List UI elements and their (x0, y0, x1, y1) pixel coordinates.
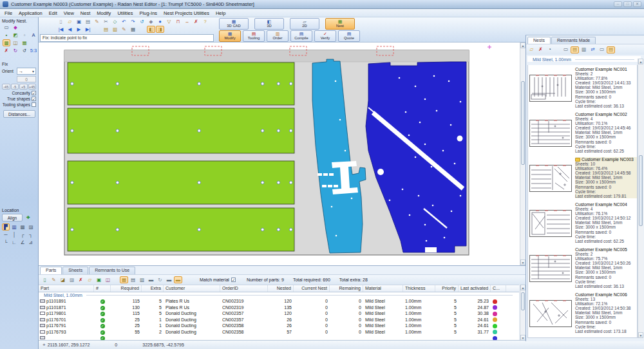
edit-part-icon[interactable]: ✎ (50, 276, 58, 283)
module-nest[interactable]: ▦Nest (325, 18, 355, 30)
apply-part-icon[interactable]: ▣ (95, 276, 103, 283)
next-icon[interactable]: ▶ (75, 26, 83, 33)
menu-item-utilities[interactable]: Utilities (114, 10, 136, 17)
scrollbar-thumb[interactable] (521, 292, 525, 310)
column-nested[interactable]: Nested (268, 285, 294, 292)
scissors-icon[interactable]: ✂ (102, 18, 110, 25)
align-corner-tr-icon[interactable]: ┐ (27, 231, 35, 238)
column-extra[interactable]: Extra (142, 285, 164, 292)
angle-right-icon[interactable]: ∟ (10, 239, 18, 246)
prompt-bar[interactable]: Fix: indicate point to fix (40, 34, 214, 42)
nest-view-details-icon[interactable]: ▤ (571, 46, 579, 53)
tab-nests[interactable]: Nests (527, 37, 551, 44)
checkbox-box[interactable] (32, 91, 36, 95)
sheet-icon[interactable]: ▭ (3, 24, 10, 31)
nest-card[interactable]: Customer Example NC002 Sheets: 4 Utilisa… (528, 110, 637, 155)
sequence-icon[interactable]: 5:3 (30, 47, 37, 54)
auto-nest-icon[interactable]: ▩ (3, 39, 10, 46)
close-button[interactable] (633, 1, 641, 7)
tab-remnants-to-use[interactable]: Remnants to Use (89, 267, 135, 274)
angle-input[interactable]: 0 (17, 76, 36, 82)
angle-btn-45[interactable]: -45 (2, 84, 10, 90)
part-magenta-icon[interactable]: ◆ (12, 24, 19, 31)
import-part-icon[interactable]: ◪ (59, 276, 67, 283)
nested-part-green-4[interactable] (68, 208, 294, 251)
sheet-v-icon[interactable]: ▥ (111, 26, 119, 33)
align-corner-bl-icon[interactable]: └ (2, 239, 10, 246)
column-thickness[interactable]: Thickness (403, 285, 435, 292)
parts-view-details-icon[interactable]: ▬ (174, 276, 182, 283)
sheet-small-icon[interactable]: ▫ (21, 32, 28, 39)
align-corner-tl-icon[interactable]: ┌ (19, 231, 26, 238)
nest-canvas[interactable]: ▲ ▼ (39, 42, 526, 265)
menu-item-view[interactable]: View (61, 10, 77, 17)
part-row[interactable]: p1179801 115 5 Donald Ducting CN002357 1… (39, 310, 519, 317)
pencil-icon[interactable]: ✎ (93, 18, 101, 25)
open-icon[interactable]: ▱ (66, 18, 74, 25)
part-row[interactable]: p1101871 130 5 Plates R Us CN002319 135 … (39, 305, 519, 311)
copy-part-icon[interactable]: ▨ (68, 276, 76, 283)
nested-part-green-3[interactable] (68, 161, 294, 204)
angle-open-icon[interactable]: ∠ (19, 239, 26, 246)
nest-card[interactable]: Customer Example NC006 Sheets: 13 Utilis… (528, 290, 637, 335)
menu-item-file[interactable]: File (1, 10, 15, 17)
filter-icon[interactable]: ▽ (165, 18, 173, 25)
column-orderid[interactable]: OrderID (220, 285, 268, 292)
orient-select[interactable]: → (17, 68, 36, 75)
module-compile[interactable]: ▤Compile (290, 30, 312, 42)
menu-item-plug-ins[interactable]: Plug-Ins (137, 10, 161, 17)
parts-view-large-icon[interactable]: ▦ (120, 276, 128, 283)
last-icon[interactable]: ▶| (84, 26, 92, 33)
parts-view-medium-icon[interactable]: ▤ (129, 276, 137, 283)
nest-card[interactable]: Customer Example NC004 Sheets: 4 Utilisa… (528, 200, 637, 245)
module-modify[interactable]: ▦Modify (219, 30, 241, 42)
column-[interactable]: # (94, 285, 111, 292)
nest-card[interactable]: Customer Example NC003 Sheets: 10 Utilis… (528, 155, 637, 200)
new-part-icon[interactable]: ▯ (41, 276, 49, 283)
column-customer[interactable]: Customer (164, 285, 220, 292)
green-part-icon[interactable]: ◩ (12, 32, 19, 39)
link-icon[interactable]: ◇ (111, 18, 119, 25)
align-anchor-icon[interactable]: ▛ (2, 223, 10, 231)
part-row[interactable]: p1176791 25 1 Donald Ducting CN002358 26… (39, 323, 519, 329)
scrollbar-thumb[interactable] (521, 81, 525, 165)
column-material[interactable]: Material (363, 285, 403, 292)
nest-sync-icon[interactable]: ⇄ (589, 46, 597, 53)
measure-icon[interactable]: ↔ (183, 18, 191, 25)
layout-split-icon[interactable]: ◨ (156, 26, 164, 33)
parts-view-refresh-icon[interactable]: ↻ (156, 276, 164, 283)
pair-nest-icon[interactable]: ◫ (12, 39, 19, 46)
module-3d-cad[interactable]: ▦3D CAD (219, 18, 249, 30)
tab-sheets[interactable]: Sheets (62, 267, 88, 274)
menu-item-nest-projects-utilities[interactable]: Nest Projects Utilities (160, 10, 213, 17)
part-row[interactable]: p1176701 25 1 Donald Ducting CN002357 26… (39, 317, 519, 323)
refresh-icon[interactable]: ↺ (138, 18, 146, 25)
prev-icon[interactable]: ◀ (66, 26, 74, 33)
menu-item-edit[interactable]: Edit (46, 10, 61, 17)
maximize-button[interactable] (623, 1, 632, 7)
menu-item-nest[interactable]: Nest (77, 10, 93, 17)
distances-button[interactable]: Distances... (3, 110, 35, 118)
save-icon[interactable]: ▣ (75, 18, 83, 25)
match-material-checkbox[interactable] (231, 278, 236, 282)
nest-card[interactable]: Customer Example NC005 Sheets: 2 Utilisa… (528, 245, 637, 290)
edit-sheet-icon[interactable]: ✎ (120, 26, 128, 33)
first-icon[interactable]: |◀ (57, 26, 65, 33)
column-part[interactable]: Part (39, 285, 94, 292)
sheet-h-icon[interactable]: ▤ (102, 26, 110, 33)
redo-icon[interactable]: ↷ (129, 18, 137, 25)
tab-parts[interactable]: Parts (40, 267, 62, 274)
module-tooling[interactable]: ▤Tooling (243, 30, 265, 42)
open-nest-icon[interactable]: ▱ (527, 46, 536, 53)
checkbox-box[interactable] (32, 102, 36, 107)
rotate-icon[interactable]: ↻ (12, 47, 19, 54)
scroll-up-icon[interactable]: ▲ (520, 285, 526, 290)
parts-view-rows-icon[interactable]: ▬ (165, 276, 173, 283)
delete-part-icon[interactable]: ✗ (3, 47, 10, 54)
tab-remnants-made[interactable]: Remnants Made (551, 37, 596, 44)
add-part-icon[interactable] (24, 214, 32, 222)
new-icon[interactable]: ▯ (57, 18, 65, 25)
minimize-button[interactable] (614, 1, 622, 7)
nest-card[interactable]: Customer Example NC001 Sheets: 2 Utilisa… (528, 65, 637, 110)
scroll-down-icon[interactable]: ▼ (520, 259, 526, 265)
